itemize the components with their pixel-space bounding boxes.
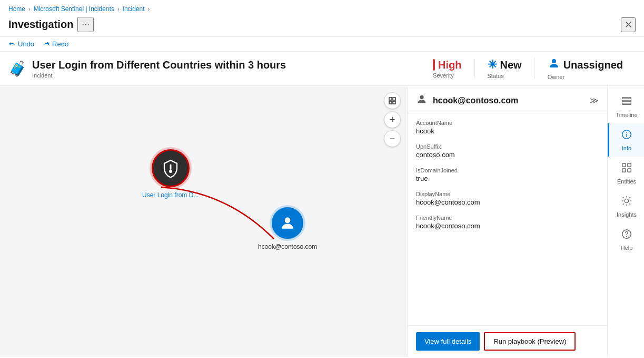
zoom-out-button[interactable]: − <box>384 130 401 147</box>
svg-rect-10 <box>622 100 631 102</box>
run-playbook-button[interactable]: Run playbook (Preview) <box>484 332 576 351</box>
svg-point-8 <box>420 95 423 99</box>
owner-person-icon <box>548 57 560 73</box>
zoom-out-icon: − <box>390 134 395 143</box>
svg-rect-6 <box>389 101 392 104</box>
main-content: User Login from D... hcook@contoso.com <box>0 86 644 357</box>
account-name-label: AccountName <box>416 120 599 126</box>
incident-node-circle <box>152 149 190 187</box>
svg-rect-17 <box>622 169 626 172</box>
svg-rect-5 <box>393 98 395 100</box>
svg-rect-4 <box>389 98 392 100</box>
detail-panel: hcook@contoso.com ≫ AccountName hcook Up… <box>407 86 607 357</box>
field-account-name: AccountName hcook <box>416 120 599 135</box>
svg-point-2 <box>170 171 171 172</box>
severity-label: Severity <box>433 72 454 79</box>
field-display-name: DisplayName hcook@contoso.com <box>416 191 599 206</box>
svg-rect-15 <box>622 163 626 167</box>
redo-button[interactable]: Redo <box>43 40 68 48</box>
entities-icon <box>621 162 632 176</box>
svg-rect-9 <box>622 98 631 99</box>
help-icon <box>621 228 632 243</box>
user-node-label: hcook@contoso.com <box>258 243 317 250</box>
field-friendly-name: FriendlyName hcook@contoso.com <box>416 215 599 230</box>
sidebar-item-entities[interactable]: Entities <box>608 157 644 190</box>
friendly-name-value: hcook@contoso.com <box>416 222 599 230</box>
owner-label: Owner <box>548 74 564 80</box>
user-person-icon <box>279 215 296 231</box>
zoom-in-button[interactable]: + <box>384 111 401 128</box>
svg-line-24 <box>623 197 624 198</box>
svg-point-0 <box>552 59 556 63</box>
fit-icon <box>388 96 397 105</box>
incident-title: User Login from Different Countries with… <box>32 59 286 71</box>
detail-fields: AccountName hcook UpnSuffix contoso.com … <box>408 113 607 325</box>
expand-detail-button[interactable]: ≫ <box>590 95 599 105</box>
status-spin-icon: ✳ <box>488 58 497 72</box>
svg-rect-16 <box>628 163 631 167</box>
svg-point-19 <box>625 199 628 202</box>
svg-line-26 <box>623 204 624 205</box>
entity-name: hcook@contoso.com <box>433 96 518 105</box>
breadcrumb-incident[interactable]: Incident <box>123 5 145 13</box>
incident-bar: 🧳 User Login from Different Countries wi… <box>0 52 644 86</box>
breadcrumb-sentinel[interactable]: Microsoft Sentinel | Incidents <box>34 5 114 13</box>
sidebar-item-timeline[interactable]: Timeline <box>608 90 644 123</box>
status-label: Status <box>488 73 504 79</box>
incident-type-label: Incident <box>32 72 286 79</box>
insights-label: Insights <box>617 211 637 218</box>
user-graph-node[interactable]: hcook@contoso.com <box>258 207 317 250</box>
svg-point-3 <box>285 217 291 223</box>
zoom-in-icon: + <box>390 115 395 124</box>
timeline-icon <box>621 95 632 110</box>
friendly-name-label: FriendlyName <box>416 215 599 221</box>
more-button[interactable]: ··· <box>77 17 94 32</box>
redo-icon <box>43 41 50 48</box>
toolbar: Undo Redo <box>0 37 644 52</box>
field-upn-suffix: UpnSuffix contoso.com <box>416 143 599 159</box>
close-button[interactable]: ✕ <box>621 17 636 32</box>
is-domain-joined-value: true <box>416 175 599 182</box>
right-sidebar: Timeline Info Entities <box>607 86 644 357</box>
svg-rect-7 <box>393 101 395 104</box>
page-header: Investigation ··· ✕ <box>0 16 644 37</box>
svg-rect-18 <box>628 169 631 172</box>
entity-user-icon <box>416 93 428 108</box>
timeline-label: Timeline <box>616 112 637 118</box>
breadcrumb: Home › Microsoft Sentinel | Incidents › … <box>0 0 644 16</box>
owner-meta: Unassigned Owner <box>535 57 636 80</box>
breadcrumb-home[interactable]: Home <box>8 5 25 13</box>
incident-node-label: User Login from D... <box>142 191 199 199</box>
is-domain-joined-label: IsDomainJoined <box>416 167 599 173</box>
svg-point-29 <box>627 236 627 237</box>
insights-icon <box>621 195 632 209</box>
graph-connector <box>0 86 407 357</box>
svg-rect-11 <box>622 103 631 105</box>
user-node-circle <box>272 207 303 239</box>
display-name-label: DisplayName <box>416 191 599 197</box>
svg-line-27 <box>629 197 630 198</box>
zoom-controls: + − <box>384 92 401 147</box>
undo-button[interactable]: Undo <box>8 40 34 48</box>
incident-graph-node[interactable]: User Login from D... <box>142 149 199 199</box>
sidebar-item-help[interactable]: Help <box>608 223 644 256</box>
detail-footer: View full details Run playbook (Preview) <box>408 325 607 357</box>
shield-alert-icon <box>161 159 180 178</box>
info-label: Info <box>622 145 631 151</box>
investigation-canvas[interactable]: User Login from D... hcook@contoso.com <box>0 86 407 357</box>
sidebar-item-info[interactable]: Info <box>608 123 644 157</box>
fit-zoom-button[interactable] <box>384 92 401 109</box>
entities-label: Entities <box>617 178 636 185</box>
display-name-value: hcook@contoso.com <box>416 198 599 206</box>
status-meta: ✳ New Status <box>475 58 535 79</box>
svg-line-25 <box>629 204 630 205</box>
upn-suffix-label: UpnSuffix <box>416 143 599 150</box>
info-icon <box>621 129 632 143</box>
field-is-domain-joined: IsDomainJoined true <box>416 167 599 182</box>
severity-meta: High Severity <box>420 59 474 79</box>
page-title: Investigation <box>8 18 73 31</box>
undo-icon <box>8 41 16 48</box>
detail-panel-header: hcook@contoso.com ≫ <box>408 86 607 113</box>
sidebar-item-insights[interactable]: Insights <box>608 190 644 223</box>
view-full-details-button[interactable]: View full details <box>416 332 480 351</box>
